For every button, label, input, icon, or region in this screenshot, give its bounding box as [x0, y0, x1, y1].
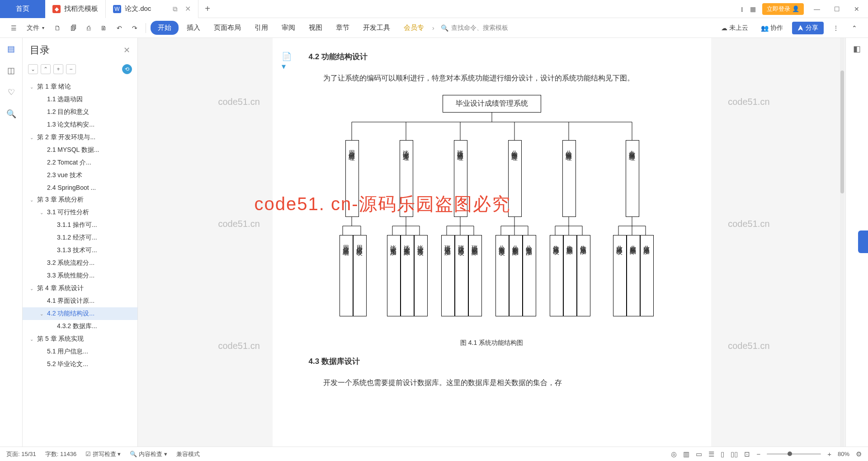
- outline-item[interactable]: ⌄第 5 章 系统实现: [23, 333, 137, 345]
- outline-item[interactable]: 1.3 论文结构安...: [23, 118, 137, 131]
- collapse-all-icon[interactable]: ⌄: [28, 64, 38, 74]
- spellcheck-button[interactable]: ☑ 拼写检查 ▾: [85, 450, 121, 458]
- search-input[interactable]: 🔍 查找命令、搜索模板: [441, 24, 508, 32]
- expand-all-icon[interactable]: ⌃: [41, 64, 51, 74]
- sync-icon[interactable]: ⟲: [122, 64, 132, 74]
- menu-insert[interactable]: 插入: [181, 21, 206, 35]
- page-indicator[interactable]: 页面: 15/31: [6, 450, 36, 458]
- zoom-thumb[interactable]: [788, 452, 792, 456]
- outline-item[interactable]: 3.1.2 经济可...: [23, 231, 137, 244]
- outline-item[interactable]: 3.3 系统性能分...: [23, 269, 137, 282]
- outline-item[interactable]: 3.1.1 操作可...: [23, 219, 137, 231]
- outline-item[interactable]: ⌄第 3 章 系统分析: [23, 193, 137, 206]
- menu-start[interactable]: 开始: [151, 21, 179, 35]
- menu-vip[interactable]: 会员专: [398, 21, 429, 35]
- outline-item[interactable]: ⌄4.2 功能结构设...: [23, 307, 137, 320]
- tab-add[interactable]: +: [198, 4, 217, 14]
- redo-icon[interactable]: ↷: [128, 22, 141, 34]
- outline-item[interactable]: 2.3 vue 技术: [23, 169, 137, 182]
- org-node-l3: 用户信息修改: [353, 235, 367, 316]
- more-icon[interactable]: ⋮: [829, 22, 843, 34]
- menu-ref[interactable]: 引用: [249, 21, 274, 35]
- tab-home[interactable]: 首页: [0, 0, 45, 18]
- stats-icon[interactable]: ◫: [6, 65, 17, 76]
- paragraph-icon[interactable]: 📄▾: [282, 52, 292, 62]
- outline-title: 目录: [30, 43, 120, 57]
- menu-chapter[interactable]: 章节: [330, 21, 355, 35]
- remove-icon[interactable]: −: [66, 64, 76, 74]
- outline-item[interactable]: ⌄第 1 章 绪论: [23, 80, 137, 93]
- outline-item[interactable]: ⌄第 2 章 开发环境与...: [23, 131, 137, 144]
- zoom-in-icon[interactable]: +: [827, 450, 831, 458]
- outline-item[interactable]: 3.1.3 技术可...: [23, 244, 137, 257]
- collab-button[interactable]: 👥 协作: [757, 21, 787, 35]
- outline-item[interactable]: 2.1 MYSQL 数据...: [23, 144, 137, 156]
- outline-item[interactable]: 5.1 用户信息...: [23, 345, 137, 358]
- toggle-panel-icon[interactable]: ◧: [852, 43, 863, 54]
- preview-icon[interactable]: 🗎: [97, 22, 110, 34]
- two-page-icon[interactable]: ▯▯: [731, 450, 738, 458]
- close-icon[interactable]: ✕: [185, 5, 191, 13]
- split-icon[interactable]: ⫿: [741, 5, 744, 13]
- compat-mode[interactable]: 兼容模式: [176, 450, 200, 458]
- content-check-button[interactable]: 🔍 内容检查 ▾: [130, 450, 167, 458]
- figure-caption: 图 4.1 系统功能结构图: [309, 339, 675, 347]
- menu-dev[interactable]: 开发工具: [358, 21, 396, 35]
- chevron-right-icon[interactable]: ›: [432, 24, 434, 32]
- zoom-slider[interactable]: [767, 453, 821, 455]
- menu-icon[interactable]: ☰: [7, 22, 20, 34]
- cloud-status[interactable]: ☁ 未上云: [717, 21, 752, 35]
- add-icon[interactable]: +: [53, 64, 63, 74]
- open-icon[interactable]: 🗐: [67, 22, 80, 34]
- minimize-button[interactable]: —: [810, 5, 824, 13]
- outline-item[interactable]: 4.3.2 数据库...: [23, 320, 137, 333]
- close-button[interactable]: ✕: [850, 5, 863, 13]
- outline-tools: ⌄ ⌃ + − ⟲: [23, 62, 137, 79]
- circle-icon[interactable]: ◎: [671, 450, 677, 458]
- collapse-icon[interactable]: ⌃: [848, 22, 861, 34]
- search-rail-icon[interactable]: 🔍: [6, 108, 17, 119]
- maximize-button[interactable]: ☐: [830, 5, 844, 13]
- document-area[interactable]: 📄▾ 4.2 功能结构设计 为了让系统的编码可以顺利进行，特意对本系统功能进行细…: [138, 38, 845, 447]
- outline-item[interactable]: 4.1 界面设计原...: [23, 295, 137, 307]
- scrollbar[interactable]: [840, 38, 844, 447]
- undo-icon[interactable]: ↶: [113, 22, 126, 34]
- menu-view[interactable]: 视图: [303, 21, 328, 35]
- outline-item[interactable]: 1.1 选题动因: [23, 93, 137, 106]
- outline-item[interactable]: 2.2 Tomcat 介...: [23, 156, 137, 169]
- org-node-l2: 班级信息管理: [454, 140, 467, 217]
- outline-item[interactable]: ⌄3.1 可行性分析: [23, 206, 137, 219]
- outline-item[interactable]: 3.2 系统流程分...: [23, 257, 137, 269]
- tab-document[interactable]: W 论文.doc ⧉ ✕: [106, 0, 198, 18]
- outline-icon[interactable]: ▤: [6, 43, 17, 54]
- zoom-out-icon[interactable]: −: [756, 450, 760, 458]
- login-button[interactable]: 立即登录👤: [762, 3, 804, 15]
- org-node-l3: 毕业论文修改: [414, 235, 428, 316]
- menu-review[interactable]: 审阅: [276, 21, 301, 35]
- outline-item[interactable]: ⌄第 4 章 系统设计: [23, 282, 137, 295]
- file-menu[interactable]: 文件▾: [23, 21, 48, 35]
- zoom-level[interactable]: 80%: [838, 451, 849, 457]
- new-icon[interactable]: 🗋: [51, 22, 64, 34]
- detach-icon[interactable]: ⧉: [173, 5, 178, 13]
- fit-icon[interactable]: ⊡: [744, 450, 750, 458]
- share-button[interactable]: ⮝ 分享: [792, 22, 824, 34]
- scroll-thumb[interactable]: [840, 71, 844, 193]
- tab-template[interactable]: ◆ 找稻壳模板: [45, 0, 106, 18]
- bookmark-icon[interactable]: ♡: [6, 87, 17, 98]
- view-layout-icon[interactable]: ▥: [683, 450, 689, 458]
- outline-item[interactable]: 2.4 SpringBoot ...: [23, 182, 137, 193]
- apps-icon[interactable]: ▦: [750, 5, 756, 13]
- titlebar: 首页 ◆ 找稻壳模板 W 论文.doc ⧉ ✕ + ⫿ ▦ 立即登录👤 — ☐ …: [0, 0, 868, 18]
- view-web-icon[interactable]: ▭: [696, 450, 702, 458]
- single-page-icon[interactable]: ▯: [721, 450, 724, 458]
- menu-layout[interactable]: 页面布局: [208, 21, 246, 35]
- word-count[interactable]: 字数: 11436: [45, 450, 76, 458]
- side-tab[interactable]: [858, 230, 868, 253]
- print-icon[interactable]: ⎙: [83, 22, 94, 34]
- outline-item[interactable]: 5.2 毕业论文...: [23, 358, 137, 371]
- view-outline-icon[interactable]: ☰: [708, 450, 714, 458]
- outline-item[interactable]: 1.2 目的和意义: [23, 106, 137, 118]
- settings-icon[interactable]: ⚙: [856, 450, 862, 458]
- outline-close-icon[interactable]: ✕: [123, 45, 130, 55]
